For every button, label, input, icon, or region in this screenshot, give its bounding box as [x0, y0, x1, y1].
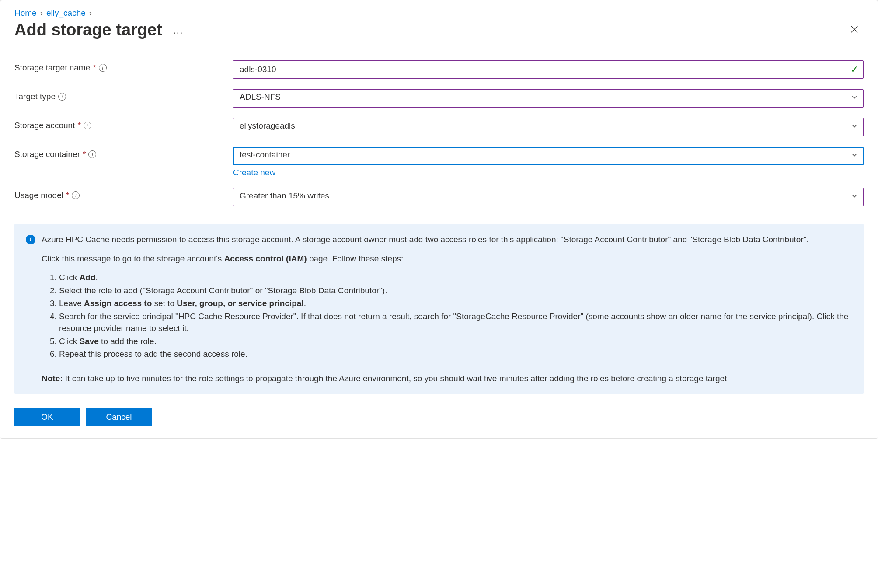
- footer-actions: OK Cancel: [14, 408, 864, 426]
- info-click-msg: Click this message to go to the storage …: [42, 253, 852, 265]
- field-target-type: Target type i ADLS-NFS: [14, 89, 864, 108]
- info-step-6: Repeat this process to add the second ac…: [59, 348, 852, 360]
- info-icon[interactable]: i: [72, 191, 80, 199]
- more-actions-button[interactable]: …: [169, 24, 188, 36]
- breadcrumb-home[interactable]: Home: [14, 8, 37, 18]
- label-storage-account: Storage account: [14, 121, 75, 130]
- usage-model-select[interactable]: Greater than 15% writes: [233, 188, 864, 206]
- info-message-body: Azure HPC Cache needs permission to acce…: [42, 233, 852, 384]
- info-step-5: Click Save to add the role.: [59, 335, 852, 348]
- required-marker: *: [66, 191, 69, 200]
- cancel-button[interactable]: Cancel: [86, 408, 152, 426]
- info-icon: i: [26, 235, 35, 244]
- label-storage-target-name: Storage target name: [14, 63, 90, 73]
- field-storage-account: Storage account * i ellystorageadls: [14, 118, 864, 136]
- required-marker: *: [93, 63, 96, 73]
- info-intro: Azure HPC Cache needs permission to acce…: [42, 233, 852, 246]
- info-icon[interactable]: i: [58, 93, 66, 101]
- info-step-4: Search for the service principal "HPC Ca…: [59, 310, 852, 334]
- info-step-3: Leave Assign access to set to User, grou…: [59, 297, 852, 310]
- field-storage-container: Storage container * i test-container Cre…: [14, 147, 864, 177]
- chevron-right-icon: ›: [89, 8, 92, 18]
- info-message[interactable]: i Azure HPC Cache needs permission to ac…: [14, 224, 864, 394]
- storage-container-select[interactable]: test-container: [233, 147, 864, 165]
- chevron-right-icon: ›: [40, 8, 43, 18]
- breadcrumb-parent[interactable]: elly_cache: [46, 8, 86, 18]
- info-step-2: Select the role to add ("Storage Account…: [59, 285, 852, 297]
- info-icon[interactable]: i: [99, 64, 107, 72]
- info-icon[interactable]: i: [88, 150, 96, 158]
- close-button[interactable]: [845, 22, 864, 38]
- form: Storage target name * i ✓ Target type i …: [14, 60, 864, 206]
- required-marker: *: [83, 150, 86, 159]
- field-usage-model: Usage model * i Greater than 15% writes: [14, 188, 864, 206]
- label-storage-container: Storage container: [14, 150, 80, 159]
- storage-account-select[interactable]: ellystorageadls: [233, 118, 864, 136]
- close-icon: [850, 24, 859, 34]
- field-storage-target-name: Storage target name * i ✓: [14, 60, 864, 79]
- info-note: Note: It can take up to five minutes for…: [42, 372, 852, 385]
- storage-target-name-input[interactable]: [233, 60, 864, 79]
- create-new-link[interactable]: Create new: [233, 168, 275, 177]
- required-marker: *: [77, 121, 80, 130]
- label-usage-model: Usage model: [14, 191, 63, 200]
- info-icon[interactable]: i: [84, 122, 91, 129]
- page-title: Add storage target: [14, 21, 162, 39]
- target-type-select[interactable]: ADLS-NFS: [233, 89, 864, 108]
- info-step-1: Click Add.: [59, 271, 852, 284]
- page-header: Add storage target …: [14, 21, 864, 39]
- breadcrumb: Home › elly_cache ›: [14, 8, 864, 18]
- info-steps: Click Add. Select the role to add ("Stor…: [42, 271, 852, 360]
- ok-button[interactable]: OK: [14, 408, 80, 426]
- label-target-type: Target type: [14, 92, 56, 101]
